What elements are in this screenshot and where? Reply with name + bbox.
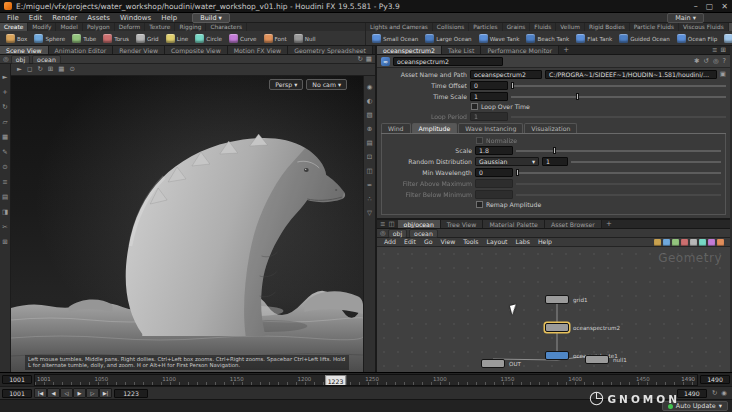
menu-item[interactable]: Help [156,13,182,23]
view-select-icon[interactable]: ► [17,66,22,73]
random-seed-slider[interactable] [571,157,721,166]
net-display-option-icon-1[interactable] [654,239,661,246]
grid-toggle-icon[interactable]: ▤ [364,136,375,150]
shelf-tool[interactable]: Flat Tank [573,32,615,45]
pane-tab[interactable]: Take List [442,46,482,55]
realtime-toggle-icon[interactable]: ↻ [712,390,717,397]
shelf-tab[interactable]: Rigging [175,23,206,31]
min-wavelength-field[interactable]: 0 [475,168,513,177]
cut-tool-icon[interactable]: ✂ [0,220,11,235]
shelf-tool[interactable]: Whitewater [721,32,732,45]
shelf-tool[interactable]: Circle [192,32,225,45]
shelf-tab[interactable]: Create [0,23,28,31]
shelf-tool[interactable]: Box [3,32,30,45]
shelf-tool[interactable]: Large Ocean [422,32,474,45]
shelf-tool[interactable]: Font [261,32,290,45]
random-distribution-dropdown[interactable]: Gaussian▾ [475,157,539,166]
rotate-tool-icon[interactable]: ↻ [0,100,11,115]
time-scale-field[interactable]: 1 [470,92,508,101]
network-menu-item[interactable]: Go [420,237,437,247]
network-menu-item[interactable]: Help [534,237,556,247]
pane-tab[interactable]: Motion FX View [228,46,288,55]
pin-icon[interactable]: ◎ [3,56,9,63]
gear-icon[interactable]: ✱ [694,58,699,65]
pane-tab[interactable]: Geometry Spreadsheet [288,46,373,55]
save-asset-icon[interactable]: ▣ [720,71,726,78]
target-icon[interactable]: ⊙ [0,160,11,175]
menu-item[interactable]: Assets [82,13,115,23]
shelf-tab[interactable]: Particles [469,23,502,31]
node-out[interactable]: OUT [481,359,505,368]
scale-slider[interactable] [516,146,721,155]
node-grid1[interactable]: grid1 [545,295,569,304]
shelf-tab[interactable]: Texture [145,23,175,31]
pane-tab[interactable]: Composite View [165,46,228,55]
view-focus-icon[interactable]: ⊙ [69,66,74,73]
shelf-tab[interactable]: Fluids [530,23,556,31]
time-offset-field[interactable]: 0 [470,81,508,90]
menu-item[interactable]: Edit [24,13,48,23]
shelf-tool[interactable]: Sphere [31,32,68,45]
view-grid-icon[interactable]: ▦ [58,66,64,73]
lighting-icon[interactable]: ⊕ [364,122,375,136]
waves-display-icon[interactable]: ≈ [364,178,375,192]
viewport[interactable]: ►+↻▱▦✎⊙≡▤◨✂⊞ ►◻↻⊞▦⊙ ◉◐▧⊕▤⊡◫≈∴▽ [0,64,375,372]
pane-tab[interactable]: Animation Editor [49,46,114,55]
net-display-option-icon-2[interactable] [663,239,670,246]
network-menu-item[interactable]: Layout [483,237,512,247]
pane-tab[interactable]: Tree View [441,220,484,229]
edit-tool-icon[interactable]: ✎ [0,145,11,160]
time-scale-slider[interactable] [511,92,726,101]
network-graph[interactable]: Geometry grid1 oceanspectrum2 [377,247,730,372]
shelf-tab[interactable]: Model [56,23,82,31]
time-offset-slider[interactable] [511,81,726,90]
shelf-tab[interactable]: Polygon [83,23,115,31]
grid-snap-icon[interactable]: ▦ [0,130,11,145]
shelf-tool[interactable]: Curve [226,32,260,45]
shelf-tab[interactable]: Characters [206,23,247,31]
shelf-tab[interactable]: Viscous Fluids [679,23,729,31]
view-rotate-icon[interactable]: ↻ [37,66,42,73]
step-forward-button[interactable]: ▷ [86,388,99,398]
shelf-tab[interactable]: Deform [115,23,146,31]
perspective-view-button[interactable]: Persp ▾ [269,79,303,90]
network-menu-item[interactable]: Labs [512,237,534,247]
shelf-tool[interactable]: Ocean Flip [674,32,721,45]
menu-item[interactable]: Render [47,13,82,23]
refresh-icon[interactable]: ↻ [357,56,362,63]
shelf-tab[interactable]: Modify [28,23,56,31]
help-icon[interactable]: ? [723,58,726,65]
shelf-tool[interactable]: Torus [100,32,132,45]
pane-maximize-icon[interactable]: ⊞ [721,47,726,54]
shelf-tool[interactable]: Null [291,32,319,45]
shelf-tool[interactable]: Tube [69,32,99,45]
snap-toggle-icon[interactable]: ⊡ [364,150,375,164]
normals-display-icon[interactable]: ▽ [364,206,375,220]
close-button[interactable]: ✕ [721,2,728,11]
points-display-icon[interactable]: ∴ [364,192,375,206]
network-menu-item[interactable]: Edit [400,237,420,247]
take-selector[interactable]: Main ▾ [667,13,704,23]
scale-field[interactable]: 1.8 [475,146,513,155]
camera-lock-icon[interactable]: ◫ [364,164,375,178]
menu-item[interactable]: Windows [115,13,156,23]
folder-tab[interactable]: Amplitude [412,123,458,133]
view-expand-icon[interactable]: ⊞ [48,66,53,73]
step-back-button[interactable]: ◁ [60,388,73,398]
go-end-button[interactable]: ▶| [99,388,112,398]
folder-tab[interactable]: Wave Instancing [458,123,523,133]
shelf-tool[interactable]: Guided Ocean [616,32,673,45]
snapshot-icon[interactable]: ▦ [366,56,372,63]
pane-tab[interactable]: Scene View [0,46,49,55]
shelf-tab[interactable]: Grains [503,23,531,31]
shelf-tab[interactable]: Particle Fluids [630,23,679,31]
pin-icon[interactable]: ◎ [713,58,719,65]
node-null1[interactable]: null1 [585,355,609,364]
network-menu-item[interactable]: Add [380,237,400,247]
global-end-field[interactable]: 1490 [677,389,707,398]
pane-tab[interactable]: Performance Monitor [481,46,559,55]
random-seed-field[interactable]: 1 [542,157,568,166]
add-pane-tab-button[interactable]: + [373,46,375,54]
network-list-icon[interactable]: ≡ [380,221,385,228]
split-view-icon[interactable]: ◨ [0,205,11,220]
